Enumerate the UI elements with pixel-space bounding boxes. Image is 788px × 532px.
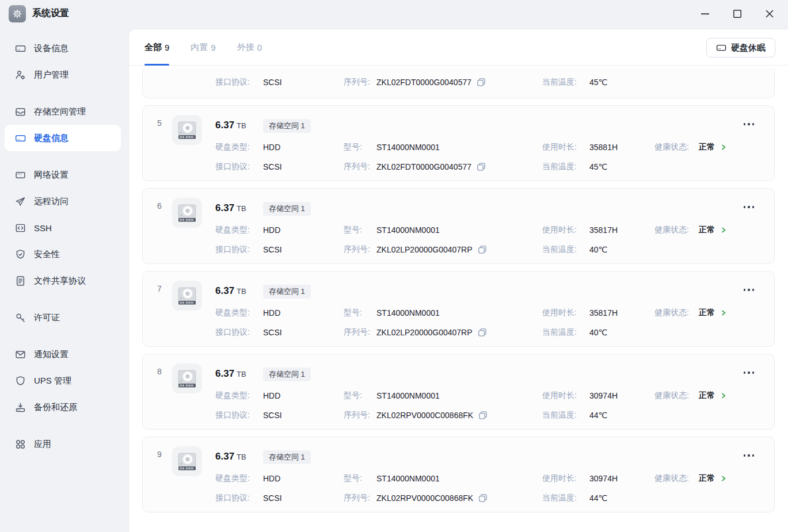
sidebar-item-label: 文件共享协议 — [34, 275, 86, 286]
user-icon — [15, 70, 26, 81]
sidebar-item-disk-info[interactable]: 硬盘信息 — [5, 125, 121, 151]
disk-info-panel: 全部 9 内置 9 外接 0 硬盘休眠 接口协议: SC — [128, 29, 788, 532]
disk-card: 7 6.37TB 存储空间 1 硬盘类型: HDD 型号: ST14000NM0… — [142, 271, 775, 347]
disk-card: 9 6.37TB 存储空间 1 硬盘类型: HDD 型号: ST14000NM0… — [142, 437, 775, 512]
serial-field: 序列号: ZKL02FDT0000G0040577 — [344, 162, 486, 172]
disk-capacity: 6.37TB — [215, 368, 246, 380]
grid-icon — [15, 439, 26, 450]
shield-check-icon — [15, 249, 26, 260]
sidebar-item-apps[interactable]: 应用 — [5, 431, 121, 457]
copy-serial-icon[interactable] — [478, 245, 487, 254]
storage-pool-badge: 存储空间 1 — [263, 202, 311, 216]
sidebar-item-device-info[interactable]: 设备信息 — [5, 35, 121, 62]
disk-type-field: 硬盘类型: HDD — [215, 142, 280, 152]
copy-serial-icon[interactable] — [478, 328, 487, 337]
inbox-icon — [15, 106, 26, 117]
tab-external[interactable]: 外接 0 — [237, 29, 262, 65]
temperature-field: 当前温度: 40℃ — [542, 327, 607, 338]
health-status-value: 正常 — [699, 308, 715, 318]
serial-field: 序列号: ZKL02FDT0000G0040577 — [344, 77, 486, 87]
usage-hours-field: 使用时长: 35817H — [542, 308, 618, 318]
tab-internal[interactable]: 内置 9 — [191, 29, 215, 65]
health-status-value: 正常 — [699, 142, 715, 152]
sidebar-item-ups-management[interactable]: UPS 管理 — [5, 368, 121, 394]
disk-card: 5 6.37TB 存储空间 1 硬盘类型: HDD 型号: ST14000NM0… — [142, 105, 775, 181]
disk-tabs-header: 全部 9 内置 9 外接 0 硬盘休眠 — [129, 29, 788, 66]
storage-pool-badge: 存储空间 1 — [263, 119, 311, 133]
chevron-right-icon — [720, 227, 727, 234]
chevron-right-icon — [720, 144, 727, 151]
disk-type-field: 硬盘类型: HDD — [215, 225, 280, 235]
sidebar-item-remote-access[interactable]: 远程访问 — [5, 188, 121, 215]
minimize-button[interactable] — [689, 0, 721, 27]
sidebar-item-storage-management[interactable]: 存储空间管理 — [5, 98, 121, 125]
disk-card: 6 6.37TB 存储空间 1 硬盘类型: HDD 型号: ST14000NM0… — [142, 188, 775, 264]
chevron-right-icon — [720, 309, 727, 316]
health-status-field[interactable]: 健康状态: 正常 — [654, 225, 727, 235]
disk-slot-number: 9 — [153, 450, 166, 459]
maximize-button[interactable] — [721, 0, 753, 27]
health-status-value: 正常 — [699, 391, 715, 401]
tab-bar: 全部 9 内置 9 外接 0 — [144, 29, 262, 65]
more-menu-icon[interactable] — [738, 284, 759, 296]
copy-serial-icon[interactable] — [478, 411, 488, 420]
app-gear-icon — [9, 5, 26, 22]
more-menu-icon[interactable] — [738, 118, 759, 130]
sidebar-item-backup-restore[interactable]: 备份和还原 — [5, 394, 121, 420]
disk-capacity: 6.37TB — [215, 285, 246, 297]
document-icon — [15, 275, 26, 286]
hdd-icon — [172, 446, 202, 476]
copy-serial-icon[interactable] — [477, 78, 486, 87]
drive-icon — [15, 43, 26, 54]
titlebar: 系统设置 — [0, 0, 788, 27]
sidebar: 设备信息 用户管理 存储空间管理 硬盘信息 网络设置 远程访问 — [0, 27, 128, 532]
more-menu-icon[interactable] — [738, 450, 759, 461]
health-status-field[interactable]: 健康状态: 正常 — [654, 391, 727, 401]
sidebar-item-license[interactable]: 许可证 — [5, 304, 121, 331]
health-status-field[interactable]: 健康状态: 正常 — [654, 308, 727, 318]
model-field: 型号: ST14000NM0001 — [344, 391, 440, 401]
sidebar-item-label: SSH — [34, 223, 52, 233]
disk-type-field: 硬盘类型: HDD — [215, 308, 280, 318]
health-status-field[interactable]: 健康状态: 正常 — [654, 142, 727, 152]
sidebar-item-label: 许可证 — [34, 312, 60, 323]
chevron-right-icon — [720, 392, 727, 399]
sidebar-item-label: 存储空间管理 — [34, 106, 86, 117]
storage-pool-badge: 存储空间 1 — [263, 368, 311, 381]
protocol-field: 接口协议: SCSI — [215, 327, 282, 338]
mail-icon — [15, 349, 26, 360]
copy-serial-icon[interactable] — [477, 162, 486, 171]
more-menu-icon[interactable] — [738, 201, 759, 213]
usage-hours-field: 使用时长: 30974H — [542, 473, 618, 484]
sidebar-group: 应用 — [0, 431, 128, 457]
hdd-icon — [172, 115, 202, 145]
shield-icon — [15, 376, 26, 386]
disk-type-field: 硬盘类型: HDD — [215, 391, 280, 401]
copy-serial-icon[interactable] — [478, 493, 488, 503]
sidebar-item-file-sharing[interactable]: 文件共享协议 — [5, 267, 121, 294]
temperature-field: 当前温度: 40℃ — [542, 244, 607, 255]
protocol-field: 接口协议: SCSI — [215, 77, 282, 87]
hdd-icon — [172, 198, 202, 228]
sidebar-item-network-settings[interactable]: 网络设置 — [5, 162, 121, 188]
sidebar-item-ssh[interactable]: SSH — [5, 215, 121, 241]
sidebar-item-notification-settings[interactable]: 通知设置 — [5, 341, 121, 368]
disk-hibernate-button[interactable]: 硬盘休眠 — [706, 38, 775, 58]
more-menu-icon[interactable] — [738, 367, 759, 378]
sidebar-item-label: 通知设置 — [34, 349, 68, 360]
model-field: 型号: ST14000NM0001 — [344, 308, 440, 318]
health-status-field[interactable]: 健康状态: 正常 — [654, 473, 727, 484]
sidebar-item-user-management[interactable]: 用户管理 — [5, 62, 121, 88]
close-button[interactable] — [753, 0, 786, 27]
sidebar-item-label: 备份和还原 — [34, 402, 77, 413]
key-icon — [15, 312, 26, 323]
temperature-field: 当前温度: 45℃ — [542, 77, 607, 87]
health-status-value: 正常 — [699, 225, 715, 235]
sidebar-item-label: 用户管理 — [34, 70, 68, 81]
sidebar-item-security[interactable]: 安全性 — [5, 241, 121, 267]
tab-all[interactable]: 全部 9 — [144, 29, 169, 65]
disk-capacity: 6.37TB — [215, 120, 246, 131]
drive-icon — [15, 133, 26, 144]
disk-capacity: 6.37TB — [215, 451, 246, 462]
sidebar-group: 设备信息 用户管理 — [0, 35, 128, 88]
